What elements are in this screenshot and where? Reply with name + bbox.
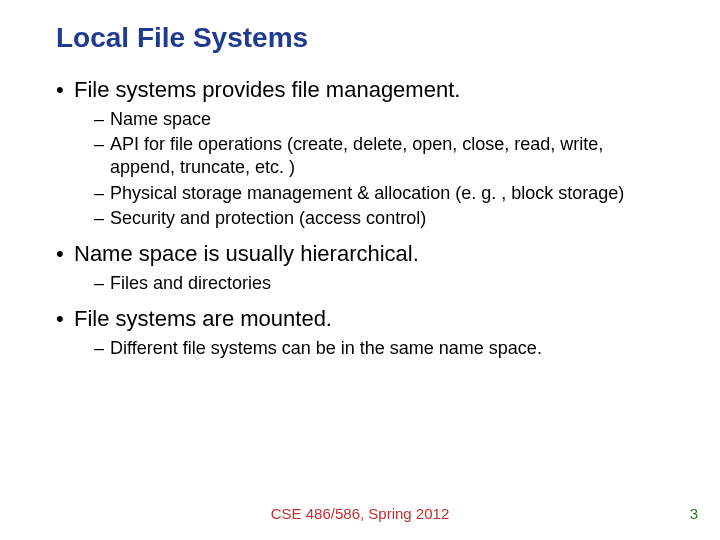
bullet-level-2: API for file operations (create, delete,… [56,133,664,180]
slide-footer: CSE 486/586, Spring 2012 [0,505,720,522]
bullet-level-1: Name space is usually hierarchical. [56,240,664,268]
bullet-level-2: Name space [56,108,664,131]
slide-title: Local File Systems [56,22,664,54]
bullet-level-2: Security and protection (access control) [56,207,664,230]
bullet-level-2: Files and directories [56,272,664,295]
bullet-level-1: File systems provides file management. [56,76,664,104]
bullet-level-2: Different file systems can be in the sam… [56,337,664,360]
slide-content: Local File Systems File systems provides… [0,0,720,360]
bullet-level-2: Physical storage management & allocation… [56,182,664,205]
bullet-level-1: File systems are mounted. [56,305,664,333]
page-number: 3 [690,505,698,522]
